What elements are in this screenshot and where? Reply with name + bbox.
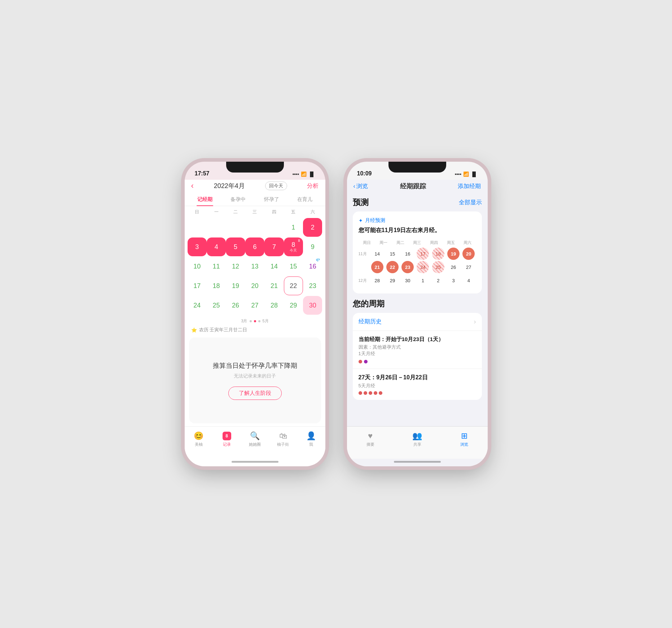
tab-tatiaquan[interactable]: 🔍 她她圈 xyxy=(241,427,269,452)
battery-icon: ▐▌ xyxy=(308,171,315,177)
cal-cell-27[interactable]: 23 xyxy=(303,276,322,295)
cal-cell-16[interactable]: 12 xyxy=(226,257,245,276)
cal-cell-17[interactable]: 13 xyxy=(245,257,264,276)
nav-bar-right: ‹ 浏览 经期跟踪 添加经期 xyxy=(347,180,488,194)
tab-beiyunzhong[interactable]: 备孕中 xyxy=(221,193,255,206)
tab-youzijie[interactable]: 🛍 柚子街 xyxy=(269,427,297,452)
chevron-right-icon: › xyxy=(474,318,476,326)
cal-cell-18[interactable]: 14 xyxy=(264,257,284,276)
mini-cell-0-5[interactable]: 19 xyxy=(447,248,460,260)
mini-cell-2-6[interactable]: 4 xyxy=(462,274,475,287)
cal-cell-29[interactable]: 25 xyxy=(207,296,226,315)
cell-sublabel: 今天 xyxy=(290,248,297,253)
tab-browse[interactable]: ⊞ 浏览 xyxy=(441,427,488,452)
battery-icon-right: ▐▌ xyxy=(471,171,477,177)
notch-right xyxy=(388,162,446,173)
mini-cell-2-1[interactable]: 29 xyxy=(386,274,399,287)
cal-cell-24[interactable]: 20 xyxy=(245,276,264,295)
cal-cell-8[interactable]: 4 xyxy=(207,237,226,256)
tab-jijingqi[interactable]: 记经期 xyxy=(188,193,222,206)
mini-cell-1-1[interactable]: 22 xyxy=(386,261,399,273)
cal-cell-26[interactable]: 22 xyxy=(284,276,303,295)
cal-cell-14[interactable]: 10 xyxy=(188,257,207,276)
today-button[interactable]: 回今天 xyxy=(265,182,287,190)
cal-cell-32[interactable]: 28 xyxy=(264,296,284,315)
mini-cell-1-4[interactable]: 25 xyxy=(432,261,444,273)
wifi-icon: 📶 xyxy=(301,171,307,177)
weekday-4: 四 xyxy=(264,208,284,217)
mini-cell-2-2[interactable]: 30 xyxy=(401,274,414,287)
cal-cell-2 xyxy=(226,218,245,237)
analysis-button[interactable]: 分析 xyxy=(307,182,319,190)
cal-cell-13[interactable]: 9 xyxy=(303,237,322,256)
people-icon: 👥 xyxy=(412,431,422,441)
show-all-button[interactable]: 全部显示 xyxy=(459,199,482,206)
your-period-section: 您的周期 经期历史 › 当前经期：开始于10月23日（1天） 因素：其他避孕方式… xyxy=(347,298,488,405)
cell-num: 23 xyxy=(309,282,316,290)
tab-summary[interactable]: ♥ 摘要 xyxy=(347,427,394,452)
mini-cell-1-2[interactable]: 23 xyxy=(401,261,414,273)
back-button-left[interactable]: ‹ xyxy=(191,181,194,191)
cal-cell-11[interactable]: 7 xyxy=(264,237,284,256)
mini-cell-2-3[interactable]: 1 xyxy=(417,274,429,287)
mini-cell-1-6[interactable]: 27 xyxy=(462,261,475,273)
mini-cell-0-1[interactable]: 15 xyxy=(386,248,399,260)
cell-num: 19 xyxy=(232,282,239,290)
tab-huaiyunle[interactable]: 怀孕了 xyxy=(255,193,289,206)
star-icon: ⭐ xyxy=(191,327,197,333)
cal-cell-33[interactable]: 29 xyxy=(284,296,303,315)
mini-cell-0-6[interactable]: 20 xyxy=(462,248,475,260)
cal-cell-5[interactable]: 1 xyxy=(284,218,303,237)
cal-cell-12[interactable]: ⏸8今天 xyxy=(284,237,303,256)
mini-month-2: 12月 xyxy=(359,278,369,283)
tab-meiyou[interactable]: 😊 美柚 xyxy=(185,427,213,452)
mini-cell-0-3[interactable]: 17 xyxy=(417,248,429,260)
tab-zaiyuer[interactable]: 在育儿 xyxy=(288,193,322,206)
cal-cell-34[interactable]: 30 xyxy=(303,296,322,315)
cal-cell-6[interactable]: ▶2 xyxy=(303,218,322,237)
mini-cell-1-0[interactable]: 21 xyxy=(371,261,383,273)
cal-cell-25[interactable]: 21 xyxy=(264,276,284,295)
cal-cell-30[interactable]: 26 xyxy=(226,296,245,315)
mini-cell-0-0[interactable]: 14 xyxy=(371,248,383,260)
back-button-right[interactable]: ‹ 浏览 xyxy=(353,183,368,190)
mini-cell-2-5[interactable]: 3 xyxy=(447,274,460,287)
mini-cell-0-4[interactable]: 18 xyxy=(432,248,444,260)
cal-cell-21[interactable]: 17 xyxy=(188,276,207,295)
cal-cell-19[interactable]: 15 xyxy=(284,257,303,276)
cal-cell-15[interactable]: 11 xyxy=(207,257,226,276)
mini-cell-1-3[interactable]: 24 xyxy=(417,261,429,273)
dot-red xyxy=(359,360,362,363)
mini-cell-2-0[interactable]: 28 xyxy=(371,274,383,287)
time-left: 17:57 xyxy=(195,170,210,177)
cal-cell-7[interactable]: 3 xyxy=(188,237,207,256)
tab-jilu[interactable]: 8 记录 xyxy=(213,427,241,452)
cal-cell-20[interactable]: 💎16 xyxy=(303,257,322,276)
tab-wo[interactable]: 👤 我 xyxy=(297,427,325,452)
nav-bar-left: ‹ 2022年4月 回今天 分析 xyxy=(185,180,325,193)
27-days-sub: 5天月经 xyxy=(359,383,476,389)
wifi-icon-right: 📶 xyxy=(463,171,469,177)
cal-cell-22[interactable]: 18 xyxy=(207,276,226,295)
cal-cell-28[interactable]: 24 xyxy=(188,296,207,315)
learn-life-stages-button[interactable]: 了解人生阶段 xyxy=(228,387,282,400)
cell-num: 22 xyxy=(290,282,297,290)
tab-share[interactable]: 👥 共享 xyxy=(394,427,441,452)
mini-cell-2-4[interactable]: 2 xyxy=(432,274,444,287)
cell-num: 18 xyxy=(213,282,220,290)
add-period-button[interactable]: 添加经期 xyxy=(458,183,481,190)
cal-cell-23[interactable]: 19 xyxy=(226,276,245,295)
period-dot-3 xyxy=(374,391,377,395)
cal-cell-9[interactable]: 5 xyxy=(226,237,245,256)
weekday-5: 五 xyxy=(284,208,303,217)
27-days-detail: 27天：9月26日－10月22日 xyxy=(359,374,476,381)
meiyou-icon: 😊 xyxy=(194,431,203,441)
cal-cell-10[interactable]: 6 xyxy=(245,237,264,256)
cell-num: 1 xyxy=(291,224,295,231)
mini-cell-0-2[interactable]: 16 xyxy=(401,248,414,260)
history-link[interactable]: 经期历史 xyxy=(359,318,382,326)
cell-num: 4 xyxy=(215,243,218,251)
mini-cell-1-5[interactable]: 26 xyxy=(447,261,460,273)
cal-cell-31[interactable]: 27 xyxy=(245,296,264,315)
browse-tab-label: 浏览 xyxy=(460,442,468,447)
